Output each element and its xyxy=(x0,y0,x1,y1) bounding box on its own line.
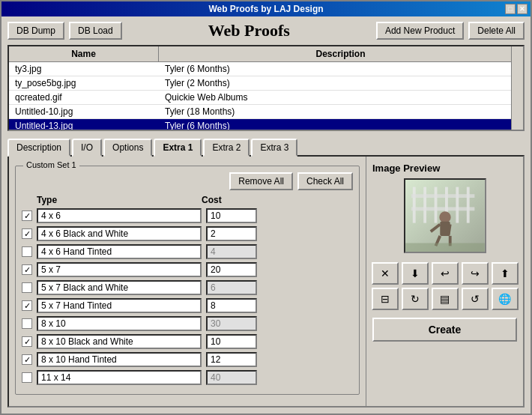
product-checkbox[interactable] xyxy=(22,282,32,293)
toolbar: DB Dump DB Load Web Proofs Add New Produ… xyxy=(1,16,531,45)
svg-rect-2 xyxy=(412,187,415,223)
app-title: Web Proofs xyxy=(128,21,370,40)
table-row[interactable]: Untitled-10.jpg Tyler (18 Months) xyxy=(9,105,523,119)
product-row xyxy=(22,298,353,313)
product-type-input[interactable] xyxy=(37,370,202,385)
product-type-input[interactable] xyxy=(37,244,202,259)
product-row xyxy=(22,316,353,331)
product-row xyxy=(22,280,353,295)
description-column-header: Description xyxy=(159,46,523,61)
x-icon[interactable]: ✕ xyxy=(372,262,399,285)
product-cost-input[interactable] xyxy=(206,226,257,241)
right-arrow-icon[interactable]: ↪ xyxy=(462,262,489,285)
cost-column-header: Cost xyxy=(202,195,222,205)
delete-all-button[interactable]: Delete All xyxy=(468,22,525,40)
product-type-input[interactable] xyxy=(37,262,202,277)
product-type-input[interactable] xyxy=(37,334,202,349)
remove-all-button[interactable]: Remove All xyxy=(229,172,293,190)
globe-icon[interactable]: 🌐 xyxy=(492,288,519,310)
svg-rect-9 xyxy=(411,207,474,210)
create-button[interactable]: Create xyxy=(372,318,517,342)
product-checkbox[interactable] xyxy=(22,210,32,221)
window-title: Web Proofs by LAJ Design xyxy=(208,4,323,14)
product-cost-input[interactable] xyxy=(206,334,257,349)
tab-description[interactable]: Description xyxy=(7,139,70,157)
tab-i/o[interactable]: I/O xyxy=(72,139,102,157)
product-row xyxy=(22,262,353,277)
custom-set-box: Custom Set 1 Remove All Check All Type C… xyxy=(15,166,360,395)
product-cost-input xyxy=(206,280,257,295)
tab-extra-2[interactable]: Extra 2 xyxy=(203,139,250,157)
right-panel: Image Preview xyxy=(366,157,523,406)
table-cell-name: Untitled-10.jpg xyxy=(9,105,159,118)
product-type-input[interactable] xyxy=(37,352,202,367)
product-checkbox[interactable] xyxy=(22,300,32,311)
title-bar: Web Proofs by LAJ Design □ ✕ xyxy=(1,1,531,16)
table-row[interactable]: ty3.jpg Tyler (6 Months) xyxy=(9,62,523,76)
table-cell-name: ty_pose5bg.jpg xyxy=(9,76,159,90)
product-cost-input[interactable] xyxy=(206,298,257,313)
scrollbar[interactable] xyxy=(511,46,523,130)
product-checkbox[interactable] xyxy=(22,318,32,329)
product-checkbox[interactable] xyxy=(22,246,32,257)
table-cell-description: Tyler (6 Months) xyxy=(159,119,523,130)
text-icon[interactable]: ▤ xyxy=(432,288,459,310)
preview-image xyxy=(405,180,485,252)
svg-line-13 xyxy=(448,225,450,234)
product-checkbox[interactable] xyxy=(22,264,32,275)
product-checkbox[interactable] xyxy=(22,354,32,365)
name-column-header: Name xyxy=(9,46,159,61)
left-panel: Custom Set 1 Remove All Check All Type C… xyxy=(9,157,366,406)
table-cell-description: Tyler (18 Months) xyxy=(159,105,523,118)
table-cell-description: Tyler (2 Months) xyxy=(159,76,523,90)
product-cost-input xyxy=(206,244,257,259)
table-row[interactable]: ty_pose5bg.jpg Tyler (2 Months) xyxy=(9,76,523,91)
image-preview-title: Image Preview xyxy=(372,163,440,174)
products-list xyxy=(22,208,353,385)
table-cell-name: qcreated.gif xyxy=(9,91,159,104)
db-load-button[interactable]: DB Load xyxy=(69,22,122,40)
product-cost-input[interactable] xyxy=(206,352,257,367)
columns-header: Type Cost xyxy=(22,195,353,205)
product-checkbox[interactable] xyxy=(22,336,32,347)
rotate-icon[interactable]: ↻ xyxy=(402,288,429,310)
svg-rect-7 xyxy=(466,187,469,223)
svg-rect-3 xyxy=(423,187,426,223)
check-all-button[interactable]: Check All xyxy=(297,172,353,190)
tab-options[interactable]: Options xyxy=(103,139,152,157)
tabs-row: DescriptionI/OOptionsExtra 1Extra 2Extra… xyxy=(1,131,531,155)
rotate2-icon[interactable]: ↺ xyxy=(462,288,489,310)
tab-extra-1[interactable]: Extra 1 xyxy=(154,139,202,157)
close-button[interactable]: ✕ xyxy=(517,4,528,14)
up-arrow-icon[interactable]: ⬆ xyxy=(492,262,519,285)
files-table: Name Description ty3.jpg Tyler (6 Months… xyxy=(7,45,525,131)
add-product-button[interactable]: Add New Product xyxy=(376,22,464,40)
product-cost-input xyxy=(206,370,257,385)
svg-rect-8 xyxy=(411,194,474,198)
table-row[interactable]: Untitled-13.jpg Tyler (6 Months) xyxy=(9,119,523,130)
main-content: Custom Set 1 Remove All Check All Type C… xyxy=(7,155,525,408)
product-type-input[interactable] xyxy=(37,298,202,313)
product-row xyxy=(22,244,353,259)
table-row[interactable]: qcreated.gif Quickie Web Albums xyxy=(9,91,523,105)
product-cost-input[interactable] xyxy=(206,262,257,277)
left-arrow-icon[interactable]: ↩ xyxy=(432,262,459,285)
minimize-button[interactable]: □ xyxy=(505,4,516,14)
dash-icon[interactable]: ⊟ xyxy=(372,288,399,310)
product-row xyxy=(22,370,353,385)
down-arrow-icon[interactable]: ⬇ xyxy=(402,262,429,285)
product-checkbox[interactable] xyxy=(22,372,32,383)
svg-rect-6 xyxy=(456,187,459,223)
product-checkbox[interactable] xyxy=(22,228,32,239)
db-dump-button[interactable]: DB Dump xyxy=(7,22,64,40)
tab-extra-3[interactable]: Extra 3 xyxy=(251,139,297,157)
product-type-input[interactable] xyxy=(37,316,202,331)
product-type-input[interactable] xyxy=(37,226,202,241)
product-type-input[interactable] xyxy=(37,280,202,295)
set-toolbar: Remove All Check All xyxy=(22,172,353,190)
svg-rect-4 xyxy=(434,187,437,223)
product-type-input[interactable] xyxy=(37,208,202,223)
custom-set-label: Custom Set 1 xyxy=(23,160,79,169)
table-body: ty3.jpg Tyler (6 Months) ty_pose5bg.jpg … xyxy=(9,62,523,130)
product-cost-input[interactable] xyxy=(206,208,257,223)
